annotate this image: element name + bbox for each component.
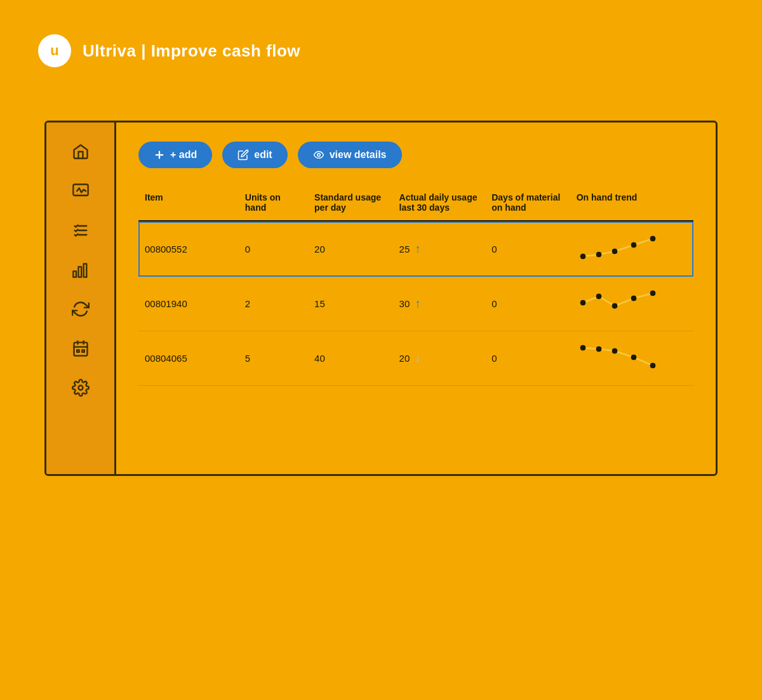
cell-units: 2 [239,277,308,331]
cell-standard: 15 [308,277,393,331]
cell-standard: 40 [308,331,393,386]
cell-days: 0 [485,331,570,386]
sidebar-item-monitor[interactable] [64,175,97,208]
sidebar-item-refresh[interactable] [64,293,97,326]
svg-point-25 [631,296,636,301]
sidebar-item-settings[interactable] [64,371,97,404]
sidebar [46,122,116,474]
svg-rect-7 [74,343,87,356]
svg-rect-5 [78,267,81,277]
svg-point-23 [596,294,601,299]
svg-point-26 [650,291,655,296]
cell-standard: 20 [308,221,393,277]
col-header-units: Units on hand [239,187,308,221]
trend-arrow-up: ↑ [415,242,420,255]
col-header-standard: Standard usage per day [308,187,393,221]
cell-item: 00801940 [138,277,239,331]
cell-days: 0 [485,277,570,331]
col-header-actual: Actual daily usage last 30 days [393,187,486,221]
logo-letter: u [50,43,58,59]
svg-rect-11 [77,350,79,352]
table-row[interactable]: 00800552 0 20 25 ↑ 0 [138,221,693,277]
col-header-item: Item [138,187,239,221]
trend-arrow-down: ↓ [415,352,420,364]
add-label: + add [170,149,197,161]
cell-days: 0 [485,221,570,277]
cell-trend [570,277,693,331]
cell-trend [570,331,693,386]
svg-point-24 [612,303,617,308]
content-area: + add edit view deta [116,122,716,474]
table-row[interactable]: 00801940 2 15 30 ↑ 0 [138,277,693,331]
cell-item: 00800552 [138,221,239,277]
view-details-label: view details [330,149,387,161]
svg-rect-6 [83,264,86,277]
svg-point-19 [612,249,617,254]
svg-point-21 [650,236,655,241]
svg-point-27 [580,345,585,350]
sidebar-item-checklist[interactable] [64,214,97,247]
app-window: + add edit view deta [44,121,718,476]
main-area: + add edit view deta [0,102,762,700]
sidebar-item-chart[interactable] [64,253,97,286]
cell-actual: 25 ↑ [393,221,486,277]
cell-actual: 30 ↑ [393,277,486,331]
cell-units: 5 [239,331,308,386]
col-header-days: Days of material on hand [485,187,570,221]
sidebar-item-calendar[interactable] [64,332,97,365]
trend-arrow-up: ↑ [415,297,420,310]
col-header-trend: On hand trend [570,187,693,221]
svg-point-13 [78,386,83,390]
cell-item: 00804065 [138,331,239,386]
add-button[interactable]: + add [138,142,212,168]
svg-point-30 [631,355,636,360]
header-band: u Ultriva | Improve cash flow [0,0,762,102]
svg-point-17 [580,254,585,259]
sidebar-item-home[interactable] [64,135,97,168]
view-details-button[interactable]: view details [298,142,402,168]
svg-point-31 [650,363,655,368]
toolbar: + add edit view deta [138,142,693,168]
svg-point-22 [580,300,585,305]
table-row[interactable]: 00804065 5 40 20 ↓ 0 [138,331,693,386]
logo-circle: u [38,34,71,67]
svg-rect-4 [73,271,76,277]
svg-point-18 [596,252,601,257]
svg-point-16 [317,154,320,157]
data-table: Item Units on hand Standard usage per da… [138,187,693,386]
header-title: Ultriva | Improve cash flow [83,41,300,61]
cell-trend [570,221,693,277]
cell-units: 0 [239,221,308,277]
edit-button[interactable]: edit [222,142,287,168]
edit-label: edit [254,149,272,161]
svg-point-28 [596,347,601,352]
svg-rect-12 [82,350,84,352]
cell-actual: 20 ↓ [393,331,486,386]
svg-point-29 [612,348,617,353]
svg-point-20 [631,242,636,248]
